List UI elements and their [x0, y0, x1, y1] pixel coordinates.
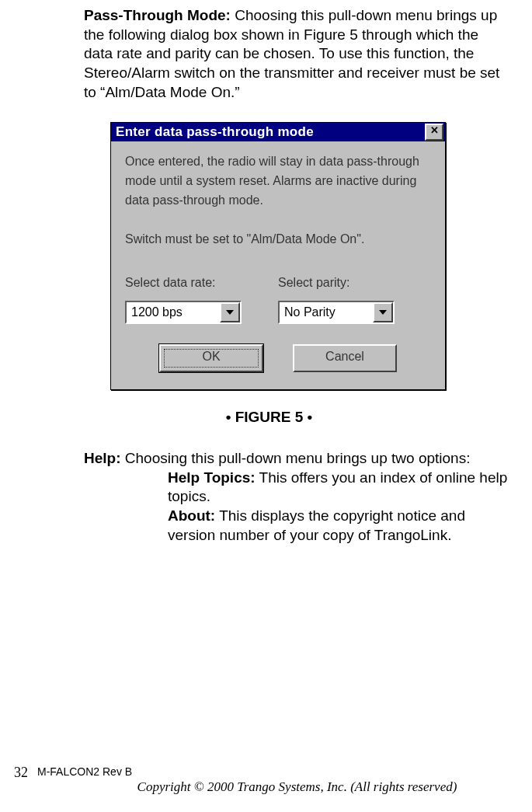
document-revision: M-FALCON2 Rev B [37, 765, 132, 778]
help-topics-heading: Help Topics: [168, 469, 256, 486]
data-rate-label: Select data rate: [125, 276, 278, 290]
dialog-titlebar: Enter data pass-through mode ✕ [111, 123, 445, 141]
help-text: Choosing this pull-down menu brings up t… [121, 450, 471, 466]
pass-through-paragraph: Pass-Through Mode: Choosing this pull-do… [84, 6, 509, 102]
cancel-button[interactable]: Cancel [293, 344, 397, 372]
help-paragraph: Help: Choosing this pull-down menu bring… [84, 449, 509, 469]
dialog-body-text-2: Switch must be set to "Alm/Data Mode On"… [125, 232, 431, 246]
copyright-notice: Copyright © 2000 Trango Systems, Inc. (A… [0, 779, 532, 795]
dialog-title: Enter data pass-through mode [116, 124, 425, 140]
svg-marker-1 [379, 310, 387, 315]
parity-label: Select parity: [278, 276, 431, 290]
dropdown-arrow-icon[interactable] [220, 302, 240, 322]
pass-through-heading: Pass-Through Mode: [84, 7, 231, 23]
help-heading: Help: [84, 450, 121, 466]
dropdown-arrow-icon[interactable] [373, 302, 393, 322]
data-rate-value: 1200 bps [127, 302, 220, 322]
close-button[interactable]: ✕ [425, 124, 443, 141]
pass-through-dialog: Enter data pass-through mode ✕ Once ente… [110, 122, 446, 389]
ok-button[interactable]: OK [159, 344, 263, 372]
close-icon: ✕ [430, 124, 439, 136]
parity-value: No Parity [280, 302, 373, 322]
help-topics-item: Help Topics: This offers you an index of… [168, 469, 509, 507]
dialog-body-text-1: Once entered, the radio will stay in dat… [125, 152, 431, 210]
parity-combobox[interactable]: No Parity [278, 301, 395, 324]
page-number: 32 [14, 765, 28, 781]
data-rate-combobox[interactable]: 1200 bps [125, 301, 242, 324]
svg-marker-0 [226, 310, 234, 315]
about-item: About: This displays the copyright notic… [168, 507, 509, 545]
about-heading: About: [168, 507, 215, 524]
figure-caption: • FIGURE 5 • [30, 409, 509, 426]
